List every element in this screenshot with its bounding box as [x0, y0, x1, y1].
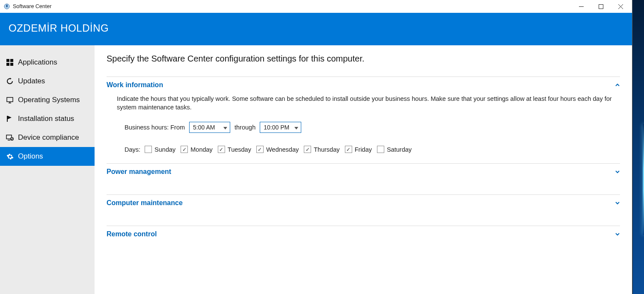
section-remote-control: Remote control	[107, 226, 620, 241]
brand-title: OZDEMİR HOLDİNG	[9, 22, 109, 34]
titlebar: Software Center	[0, 0, 632, 13]
sidebar-item-label: Applications	[18, 58, 57, 67]
checkbox-icon: ✓	[181, 146, 188, 153]
maximize-button[interactable]	[591, 0, 611, 13]
chevron-down-icon	[615, 169, 620, 174]
business-hours-row: Business hours: From 5:00 AM through 10:…	[117, 122, 620, 133]
section-work-information: Work information Indicate the hours that…	[107, 76, 620, 163]
checkbox-icon	[145, 146, 152, 153]
business-hours-to-combo[interactable]: 10:00 PM	[260, 122, 301, 133]
section-header-work-information[interactable]: Work information	[107, 77, 620, 92]
checkbox-icon: ✓	[256, 146, 264, 153]
dropdown-arrow-icon	[223, 124, 227, 131]
sidebar-item-device-compliance[interactable]: Device compliance	[0, 128, 95, 147]
section-title: Power management	[107, 168, 171, 176]
day-thursday-checkbox[interactable]: ✓ Thursday	[304, 146, 339, 153]
day-label: Monday	[190, 146, 213, 153]
installation-status-icon	[6, 115, 14, 123]
app-icon	[3, 3, 10, 10]
app-window: Software Center OZDEMİR HOLDİNG Applicat…	[0, 0, 632, 294]
day-label: Thursday	[314, 146, 339, 153]
titlebar-buttons	[571, 0, 630, 13]
svg-marker-18	[294, 127, 298, 129]
section-header-computer-maintenance[interactable]: Computer maintenance	[107, 195, 620, 210]
day-monday-checkbox[interactable]: ✓ Monday	[181, 146, 213, 153]
window-title: Software Center	[13, 3, 51, 9]
close-button[interactable]	[611, 0, 630, 13]
body: Applications Updates Operating Systems I…	[0, 45, 632, 294]
work-information-content: Indicate the hours that you typically wo…	[107, 92, 620, 163]
day-friday-checkbox[interactable]: ✓ Friday	[345, 146, 372, 153]
business-hours-from-value: 5:00 AM	[193, 124, 215, 131]
day-label: Friday	[355, 146, 372, 153]
days-label: Days:	[125, 146, 140, 153]
page-description: Specify the Software Center configuratio…	[107, 54, 620, 64]
day-saturday-checkbox[interactable]: Saturday	[377, 146, 412, 153]
sidebar-item-installation-status[interactable]: Installation status	[0, 109, 95, 128]
brand-header: OZDEMİR HOLDİNG	[0, 13, 632, 45]
svg-rect-7	[10, 59, 13, 62]
sidebar-item-label: Operating Systems	[18, 96, 80, 104]
chevron-down-icon	[615, 200, 620, 206]
desktop-right-edge	[632, 0, 644, 294]
day-label: Wednesday	[266, 146, 299, 153]
svg-rect-3	[599, 4, 603, 9]
svg-rect-8	[6, 63, 9, 66]
sidebar-item-label: Options	[18, 152, 43, 161]
day-label: Saturday	[387, 146, 412, 153]
checkbox-icon: ✓	[345, 146, 352, 153]
day-label: Sunday	[154, 146, 175, 153]
chevron-down-icon	[615, 232, 620, 237]
dropdown-arrow-icon	[294, 124, 298, 131]
section-title: Computer maintenance	[107, 199, 183, 207]
days-row: Days: Sunday ✓ Monday ✓ Tuesday	[117, 146, 620, 153]
checkbox-icon	[377, 146, 384, 153]
svg-rect-9	[10, 63, 13, 66]
day-wednesday-checkbox[interactable]: ✓ Wednesday	[256, 146, 299, 153]
through-label: through	[234, 124, 255, 131]
svg-rect-10	[7, 97, 13, 102]
chevron-up-icon	[615, 82, 620, 88]
sidebar-item-applications[interactable]: Applications	[0, 53, 95, 72]
applications-icon	[6, 59, 14, 66]
section-title: Remote control	[107, 230, 157, 238]
checkbox-icon: ✓	[218, 146, 225, 153]
operating-systems-icon	[6, 96, 14, 104]
options-icon	[6, 153, 14, 160]
day-sunday-checkbox[interactable]: Sunday	[145, 146, 175, 153]
section-computer-maintenance: Computer maintenance	[107, 194, 620, 226]
day-tuesday-checkbox[interactable]: ✓ Tuesday	[218, 146, 251, 153]
svg-marker-13	[7, 116, 12, 122]
svg-rect-1	[6, 5, 8, 7]
minimize-button[interactable]	[571, 0, 591, 13]
device-compliance-icon	[6, 134, 14, 141]
section-header-remote-control[interactable]: Remote control	[107, 226, 620, 241]
business-hours-to-value: 10:00 PM	[264, 124, 289, 131]
main-content: Specify the Software Center configuratio…	[95, 45, 632, 294]
section-title: Work information	[107, 81, 163, 89]
sidebar-item-label: Device compliance	[18, 133, 79, 142]
sidebar-item-label: Updates	[18, 77, 45, 85]
sidebar-item-label: Installation status	[18, 115, 74, 123]
svg-marker-17	[223, 127, 227, 129]
sidebar: Applications Updates Operating Systems I…	[0, 45, 95, 294]
business-hours-from-combo[interactable]: 5:00 AM	[189, 122, 230, 133]
sidebar-item-options[interactable]: Options	[0, 147, 95, 166]
business-hours-label: Business hours: From	[125, 124, 185, 131]
section-header-power-management[interactable]: Power management	[107, 164, 620, 179]
sidebar-item-updates[interactable]: Updates	[0, 72, 95, 91]
svg-rect-6	[6, 59, 9, 62]
sidebar-item-operating-systems[interactable]: Operating Systems	[0, 91, 95, 109]
day-label: Tuesday	[228, 146, 251, 153]
checkbox-icon: ✓	[304, 146, 311, 153]
work-information-description: Indicate the hours that you typically wo…	[117, 95, 620, 112]
updates-icon	[6, 77, 14, 85]
section-power-management: Power management	[107, 163, 620, 194]
